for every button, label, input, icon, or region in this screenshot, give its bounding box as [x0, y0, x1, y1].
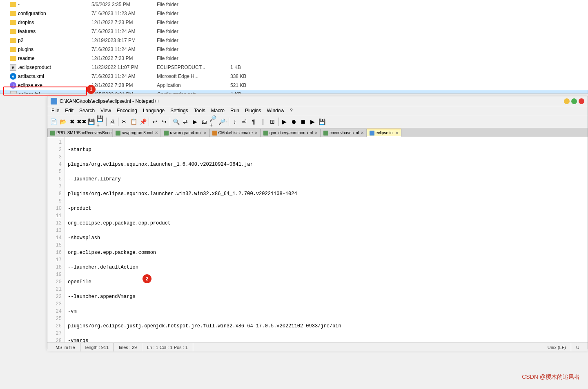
- tab-close-btn[interactable]: ✕: [314, 131, 318, 135]
- tab-close-btn[interactable]: ✕: [395, 131, 399, 135]
- file-row[interactable]: readme 12/1/2022 7:23 PM File folder: [0, 54, 588, 63]
- toolbar-undo[interactable]: ↩: [150, 117, 159, 126]
- toolbar: 📄 📂 ✖ ✖✖ 💾 💾+ 🖨 ✂ 📋 📌 ↩ ↪ 🔍 ⇄ ▶ 🗂 🔎+ 🔎- …: [47, 115, 588, 128]
- toolbar-allchars[interactable]: ¶: [249, 117, 258, 126]
- close-button[interactable]: [579, 98, 584, 104]
- folder-icon: [10, 2, 16, 7]
- menu-window[interactable]: Window: [264, 107, 287, 114]
- tab-rawprogram3[interactable]: rawprogram3.xml ✕: [113, 129, 161, 137]
- tab-qnx-chery[interactable]: qnx_chery-common.xml ✕: [261, 129, 321, 137]
- edge-icon: e: [10, 73, 16, 80]
- toolbar-zoomout[interactable]: 🔎-: [218, 117, 227, 126]
- code-line-6: org.eclipse.epp.package.cpp.product: [68, 220, 584, 227]
- line-numbers: 12345 678910 1112131415 1617181920 21222…: [47, 137, 65, 342]
- toolbar-indent[interactable]: |: [258, 117, 267, 126]
- code-line-8: org.eclipse.epp.package.common: [68, 249, 584, 256]
- toolbar-separator: [106, 118, 107, 126]
- toolbar-close[interactable]: ✖: [68, 117, 77, 126]
- menu-help[interactable]: ?: [287, 107, 295, 114]
- status-filetype: MS ini file: [51, 343, 80, 351]
- file-row[interactable]: plugins 7/16/2023 11:24 AM File folder: [0, 45, 588, 54]
- toolbar-zoomin[interactable]: 🔎+: [209, 117, 218, 126]
- file-row[interactable]: configuration 7/16/2023 11:23 AM File fo…: [0, 9, 588, 18]
- menu-settings[interactable]: Settings: [168, 107, 190, 114]
- tab-prd-sm19[interactable]: PRD_SM19SocRecoveryBootmodeSender.xml ✕: [47, 129, 113, 137]
- toolbar-findinfiles[interactable]: 🗂: [200, 117, 209, 126]
- toolbar-open[interactable]: 📂: [58, 117, 67, 126]
- toolbar-paste[interactable]: 📌: [138, 117, 147, 126]
- status-length: length : 911: [80, 343, 114, 351]
- editor-content[interactable]: -startup plugins/org.eclipse.equinox.lau…: [65, 137, 588, 342]
- toolbar-redo[interactable]: ↪: [160, 117, 169, 126]
- toolbar-replace[interactable]: ⇄: [181, 117, 190, 126]
- folder-icon: [10, 38, 16, 43]
- tab-rawprogram4[interactable]: rawprogram4.xml ✕: [161, 129, 209, 137]
- file-row[interactable]: features 7/16/2023 11:24 AM File folder: [0, 27, 588, 36]
- menu-plugins[interactable]: Plugins: [243, 107, 263, 114]
- folder-icon: [10, 29, 16, 34]
- code-line-5: -product: [68, 205, 584, 212]
- tab-close-btn[interactable]: ✕: [155, 131, 158, 135]
- menu-macro[interactable]: Macro: [209, 107, 227, 114]
- menu-language[interactable]: Language: [140, 107, 167, 114]
- annotation-badge-1: 1: [87, 85, 96, 94]
- toolbar-folding[interactable]: ⊞: [268, 117, 277, 126]
- tab-eclipse-ini[interactable]: eclipse.ini ✕: [367, 129, 401, 137]
- menu-view[interactable]: View: [98, 107, 114, 114]
- toolbar-print[interactable]: 🖨: [108, 117, 117, 126]
- ini-file-icon: ini: [10, 91, 17, 94]
- status-lineending: Unix (LF): [543, 343, 571, 351]
- editor-area: 12345 678910 1112131415 1617181920 21222…: [47, 137, 588, 342]
- toolbar-findnext[interactable]: ▶: [190, 117, 199, 126]
- toolbar-separator: [149, 118, 149, 126]
- file-row[interactable]: dropins 12/1/2022 7:23 PM File folder: [0, 18, 588, 27]
- toolbar-macro-save[interactable]: 💾: [317, 117, 326, 126]
- toolbar-separator: [278, 118, 278, 126]
- annotation-badge-2: 2: [143, 274, 151, 283]
- xml-tab-icon: [50, 131, 55, 136]
- menu-search[interactable]: Search: [77, 107, 97, 114]
- file-row[interactable]: E .eclipseproduct 11/23/2022 11:07 PM EC…: [0, 63, 588, 72]
- xml-tab-icon: [263, 131, 268, 136]
- file-explorer: - 5/6/2023 3:35 PM File folder configura…: [0, 0, 588, 94]
- tab-close-btn[interactable]: ✕: [254, 131, 258, 135]
- menu-encoding[interactable]: Encoding: [114, 107, 140, 114]
- toolbar-macro-rec[interactable]: ⏺: [289, 117, 298, 126]
- toolbar-saveall[interactable]: 💾+: [96, 117, 105, 126]
- status-lines: lines : 29: [114, 343, 142, 351]
- toolbar-macro-play[interactable]: ▶: [308, 117, 317, 126]
- code-line-3: --launcher.library: [68, 176, 584, 183]
- window-title: C:\KANG\tools\eclipse\eclipse.ini - Note…: [60, 98, 160, 104]
- folder-icon: [10, 47, 16, 52]
- toolbar-closeall[interactable]: ✖✖: [77, 117, 86, 126]
- toolbar-find[interactable]: 🔍: [172, 117, 180, 126]
- toolbar-macro-stop[interactable]: ⏹: [298, 117, 307, 126]
- tab-cnconvbase[interactable]: cnconvbase.xml ✕: [321, 129, 367, 137]
- notepad-window: C:\KANG\tools\eclipse\eclipse.ini - Note…: [47, 96, 588, 349]
- maximize-button[interactable]: [571, 98, 577, 104]
- toolbar-launch[interactable]: ▶: [280, 117, 289, 126]
- menu-edit[interactable]: Edit: [62, 107, 76, 114]
- toolbar-cut[interactable]: ✂: [120, 117, 129, 126]
- tab-close-btn[interactable]: ✕: [203, 131, 207, 135]
- toolbar-separator: [229, 118, 229, 126]
- toolbar-synchscroll[interactable]: ↕: [230, 117, 239, 126]
- xml-tab-icon: [116, 131, 120, 136]
- toolbar-copy[interactable]: 📋: [129, 117, 138, 126]
- code-line-12: -vm: [68, 308, 584, 315]
- file-row[interactable]: - 5/6/2023 3:35 PM File folder: [0, 0, 588, 9]
- folder-icon: [10, 56, 16, 61]
- menu-file[interactable]: File: [49, 107, 62, 114]
- toolbar-new[interactable]: 📄: [49, 117, 58, 126]
- minimize-button[interactable]: [564, 98, 570, 104]
- toolbar-wordwrap[interactable]: ⏎: [240, 117, 249, 126]
- file-row[interactable]: e artifacts.xml 7/16/2023 11:24 AM Micro…: [0, 72, 588, 81]
- cmake-tab-icon: [212, 131, 217, 136]
- file-row[interactable]: p2 12/19/2023 8:17 PM File folder: [0, 36, 588, 45]
- tab-cmake[interactable]: CMakeLists.cmake ✕: [209, 129, 261, 137]
- tab-close-btn[interactable]: ✕: [361, 131, 364, 135]
- toolbar-save[interactable]: 💾: [87, 117, 96, 126]
- menu-tools[interactable]: Tools: [192, 107, 208, 114]
- status-encoding: U: [571, 343, 584, 351]
- menu-run[interactable]: Run: [228, 107, 242, 114]
